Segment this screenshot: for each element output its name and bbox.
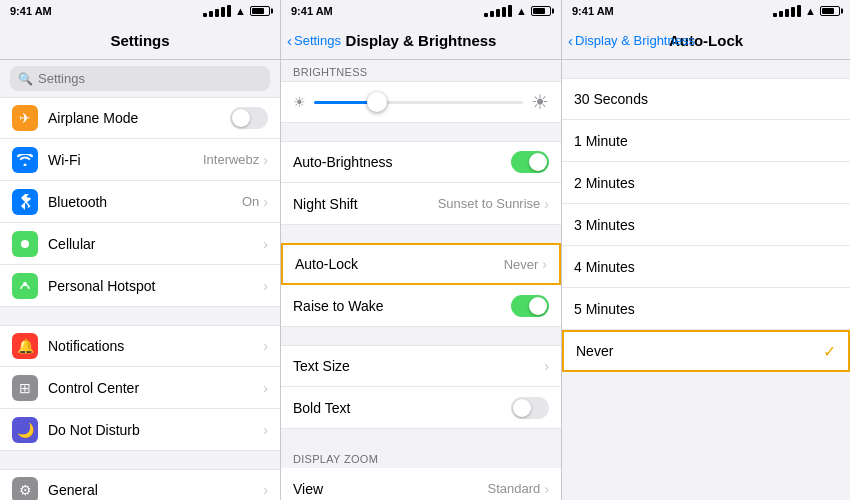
back-label-3: Display & Brightness xyxy=(575,33,695,48)
battery-icon-3 xyxy=(820,6,840,16)
list-item-never[interactable]: Never ✓ xyxy=(562,330,850,372)
status-right-2: ▲ xyxy=(484,5,551,17)
bluetooth-value: On xyxy=(242,194,259,209)
status-bar-3: 9:41 AM ▲ xyxy=(562,0,850,22)
wifi-status-icon-3: ▲ xyxy=(805,5,816,17)
autobrightness-toggle[interactable] xyxy=(511,151,549,173)
wifi-icon xyxy=(12,147,38,173)
status-time-3: 9:41 AM xyxy=(572,5,614,17)
list-item-textsize[interactable]: Text Size › xyxy=(281,345,561,387)
signal-icon-1 xyxy=(203,5,231,17)
search-bar: 🔍 xyxy=(0,60,280,97)
autolock-list: 30 Seconds 1 Minute 2 Minutes 3 Minutes … xyxy=(562,60,850,500)
bluetooth-icon xyxy=(12,189,38,215)
wifi-status-icon-2: ▲ xyxy=(516,5,527,17)
list-item-controlcenter[interactable]: ⊞ Control Center › xyxy=(0,367,280,409)
list-item-bluetooth[interactable]: Bluetooth On › xyxy=(0,181,280,223)
display-brightness-panel: 9:41 AM ▲ ‹ Settings Display & Brightnes… xyxy=(281,0,562,500)
status-time-2: 9:41 AM xyxy=(291,5,333,17)
boldtext-toggle[interactable] xyxy=(511,397,549,419)
hotspot-chevron: › xyxy=(263,278,268,294)
list-item-view[interactable]: View Standard › xyxy=(281,468,561,500)
general-label: General xyxy=(48,482,263,498)
list-item-cellular[interactable]: Cellular › xyxy=(0,223,280,265)
brightness-slider-thumb[interactable] xyxy=(367,92,387,112)
brightness-slider-track[interactable] xyxy=(314,101,523,104)
airplane-icon: ✈ xyxy=(12,105,38,131)
svg-point-0 xyxy=(21,240,29,248)
back-button-2[interactable]: ‹ Settings xyxy=(287,32,341,49)
nightshift-value: Sunset to Sunrise xyxy=(438,196,541,211)
boldtext-label: Bold Text xyxy=(293,400,511,416)
section-displayzoom: DISPLAY ZOOM View Standard › Choose a vi… xyxy=(281,447,561,500)
autolock-panel: 9:41 AM ▲ ‹ Display & Brightness Auto-Lo… xyxy=(562,0,850,500)
section-autolock: Auto-Lock Never › Raise to Wake xyxy=(281,243,561,327)
section-text: Text Size › Bold Text xyxy=(281,345,561,429)
list-item-autolock[interactable]: Auto-Lock Never › xyxy=(281,243,561,285)
nav-title-2: Display & Brightness xyxy=(346,32,497,49)
back-button-3[interactable]: ‹ Display & Brightness xyxy=(568,32,695,49)
settings-list-1: ✈ Airplane Mode Wi-Fi Interwebz › Blueto… xyxy=(0,97,280,500)
list-item-3min[interactable]: 3 Minutes xyxy=(562,204,850,246)
controlcenter-icon: ⊞ xyxy=(12,375,38,401)
display-settings-list: BRIGHTNESS ☀ ☀ Auto-Brightness Night Shi… xyxy=(281,60,561,500)
airplane-toggle[interactable] xyxy=(230,107,268,129)
notifications-chevron: › xyxy=(263,338,268,354)
option-2min-label: 2 Minutes xyxy=(574,175,838,191)
raisetowake-label: Raise to Wake xyxy=(293,298,511,314)
autolock-value: Never xyxy=(504,257,539,272)
list-item-4min[interactable]: 4 Minutes xyxy=(562,246,850,288)
back-chevron-2: ‹ xyxy=(287,32,292,49)
search-icon: 🔍 xyxy=(18,72,33,86)
section-autobrightness: Auto-Brightness Night Shift Sunset to Su… xyxy=(281,141,561,225)
list-item-notifications[interactable]: 🔔 Notifications › xyxy=(0,325,280,367)
hotspot-label: Personal Hotspot xyxy=(48,278,263,294)
list-item-30sec[interactable]: 30 Seconds xyxy=(562,78,850,120)
controlcenter-label: Control Center xyxy=(48,380,263,396)
status-right-3: ▲ xyxy=(773,5,840,17)
view-label: View xyxy=(293,481,488,497)
bluetooth-chevron: › xyxy=(263,194,268,210)
section-system: 🔔 Notifications › ⊞ Control Center › 🌙 D… xyxy=(0,325,280,451)
donotdisturb-chevron: › xyxy=(263,422,268,438)
back-chevron-3: ‹ xyxy=(568,32,573,49)
wifi-status-icon-1: ▲ xyxy=(235,5,246,17)
list-item-wifi[interactable]: Wi-Fi Interwebz › xyxy=(0,139,280,181)
wifi-value: Interwebz xyxy=(203,152,259,167)
brightness-header: BRIGHTNESS xyxy=(281,60,561,81)
list-item-nightshift[interactable]: Night Shift Sunset to Sunrise › xyxy=(281,183,561,225)
list-item-hotspot[interactable]: Personal Hotspot › xyxy=(0,265,280,307)
bluetooth-label: Bluetooth xyxy=(48,194,242,210)
status-right-1: ▲ xyxy=(203,5,270,17)
list-item-airplane[interactable]: ✈ Airplane Mode xyxy=(0,97,280,139)
wifi-label: Wi-Fi xyxy=(48,152,203,168)
settings-panel: 9:41 AM ▲ Settings 🔍 ✈ Airplane Mode xyxy=(0,0,281,500)
list-item-boldtext[interactable]: Bold Text xyxy=(281,387,561,429)
list-item-5min[interactable]: 5 Minutes xyxy=(562,288,850,330)
list-item-1min[interactable]: 1 Minute xyxy=(562,120,850,162)
selected-checkmark: ✓ xyxy=(823,342,836,361)
nav-bar-1: Settings xyxy=(0,22,280,60)
raisetowake-toggle[interactable] xyxy=(511,295,549,317)
sun-large-icon: ☀ xyxy=(531,90,549,114)
textsize-label: Text Size xyxy=(293,358,544,374)
list-item-general[interactable]: ⚙ General › xyxy=(0,469,280,500)
nightshift-chevron: › xyxy=(544,196,549,212)
airplane-label: Airplane Mode xyxy=(48,110,230,126)
option-3min-label: 3 Minutes xyxy=(574,217,838,233)
displayzoom-header: DISPLAY ZOOM xyxy=(281,447,561,468)
list-item-donotdisturb[interactable]: 🌙 Do Not Disturb › xyxy=(0,409,280,451)
autolock-chevron: › xyxy=(542,256,547,272)
wifi-chevron: › xyxy=(263,152,268,168)
list-item-2min[interactable]: 2 Minutes xyxy=(562,162,850,204)
autolock-options: 30 Seconds 1 Minute 2 Minutes 3 Minutes … xyxy=(562,78,850,372)
signal-icon-3 xyxy=(773,5,801,17)
list-item-raisetowake[interactable]: Raise to Wake xyxy=(281,285,561,327)
nightshift-label: Night Shift xyxy=(293,196,438,212)
autobrightness-label: Auto-Brightness xyxy=(293,154,511,170)
hotspot-icon xyxy=(12,273,38,299)
search-input[interactable] xyxy=(10,66,270,91)
status-bar-2: 9:41 AM ▲ xyxy=(281,0,561,22)
list-item-autobrightness[interactable]: Auto-Brightness xyxy=(281,141,561,183)
brightness-slider-row: ☀ ☀ xyxy=(281,81,561,123)
